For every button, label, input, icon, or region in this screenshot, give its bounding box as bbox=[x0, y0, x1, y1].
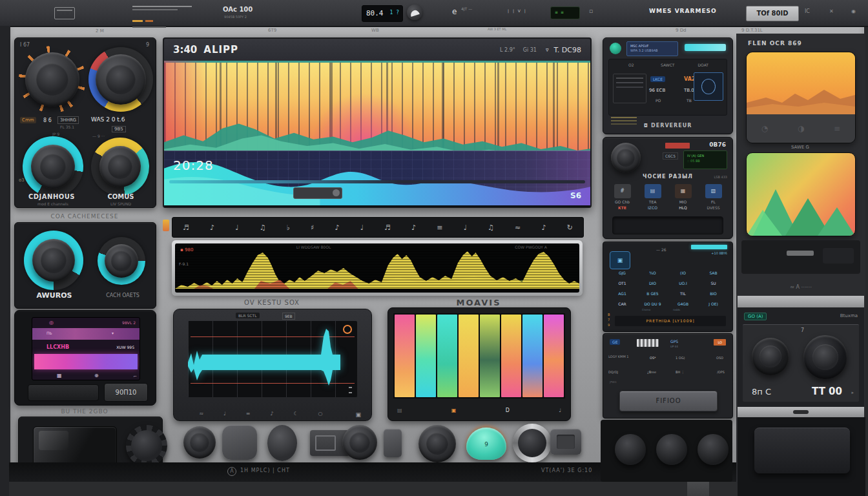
window-icon[interactable] bbox=[54, 7, 75, 19]
moavis-screen[interactable] bbox=[393, 313, 565, 398]
snip-badge[interactable]: S6 bbox=[570, 191, 581, 200]
transport-slider[interactable] bbox=[293, 187, 342, 199]
note-icon-3[interactable]: ♩ bbox=[235, 223, 238, 232]
oscilloscope-screen[interactable] bbox=[188, 321, 357, 397]
flat-icon[interactable]: ♭ bbox=[287, 223, 290, 232]
card1-icon-3[interactable]: ≡ bbox=[834, 124, 840, 133]
osc-corner-button[interactable]: ▣ bbox=[355, 411, 361, 418]
grid-cell-0[interactable]: GJG bbox=[607, 271, 637, 275]
cyan-bar-button[interactable] bbox=[685, 44, 726, 51]
note-icon-7[interactable]: ♬ bbox=[384, 223, 391, 232]
big-knob-right[interactable] bbox=[803, 335, 847, 379]
record-icon[interactable]: ◉ bbox=[851, 8, 856, 14]
grid-icon[interactable]: ▦ bbox=[57, 373, 62, 378]
note-key-icon[interactable]: ♩ bbox=[559, 408, 561, 413]
card1-icon-1[interactable]: ◔ bbox=[761, 124, 768, 133]
grid-cell-14[interactable]: G4GB bbox=[668, 302, 698, 306]
orange-key-icon[interactable]: ▣ bbox=[451, 408, 457, 413]
note-icon-6[interactable]: ♩ bbox=[360, 223, 364, 232]
dome-knob-2[interactable] bbox=[656, 434, 687, 465]
app-item-4[interactable]: ▧ FL DVESS bbox=[699, 184, 728, 210]
grid-cell-10[interactable]: TIL bbox=[668, 291, 698, 296]
striped-chip[interactable] bbox=[637, 339, 659, 347]
grid-cell-15[interactable]: J OE) bbox=[698, 302, 728, 306]
row-knob-2[interactable] bbox=[342, 425, 377, 460]
cach-knob[interactable] bbox=[105, 244, 138, 278]
row-pad-button[interactable] bbox=[222, 425, 257, 460]
toolbar-orange-tab[interactable] bbox=[163, 220, 169, 231]
blank-cartridge[interactable] bbox=[754, 428, 850, 473]
note-icon-9[interactable]: ♩ bbox=[464, 223, 467, 232]
card1-icon-2[interactable]: ◑ bbox=[798, 124, 804, 133]
notched-knob[interactable] bbox=[126, 425, 167, 466]
main-display-content[interactable]: 20:28 S6 bbox=[164, 61, 590, 205]
topbar-icon-1[interactable]: IC bbox=[805, 8, 810, 14]
cyan-top-bar[interactable] bbox=[691, 245, 727, 249]
cartridge-slot[interactable] bbox=[33, 426, 117, 466]
note-icon-5[interactable]: ♪ bbox=[335, 223, 340, 232]
grid-cell-1[interactable]: ¾O bbox=[637, 271, 668, 275]
refresh-icon[interactable]: ↻ bbox=[567, 223, 573, 232]
grid-cell-12[interactable]: CAR bbox=[607, 302, 637, 306]
osc-icon-1[interactable]: ≈ bbox=[199, 411, 203, 417]
row-oval-knob[interactable] bbox=[267, 425, 297, 461]
app-item-3[interactable]: ▦ MIO HLQ bbox=[669, 184, 698, 210]
scene-card-2[interactable] bbox=[746, 152, 856, 236]
grid-cell-13[interactable]: DO DU 9 bbox=[637, 302, 668, 306]
grid-cell-8[interactable]: AG1 bbox=[607, 291, 637, 296]
teal-dome-button[interactable]: 9 bbox=[466, 428, 506, 460]
dome-knob-3[interactable] bbox=[698, 434, 728, 465]
grid-cell-2[interactable]: (IO bbox=[668, 271, 698, 275]
comus-knob[interactable] bbox=[99, 146, 141, 187]
loop-icon[interactable]: ◎ bbox=[49, 320, 54, 326]
scene-card-1[interactable]: ◔ ◑ ≡ bbox=[746, 52, 856, 143]
gps-chip[interactable]: GPS bbox=[670, 339, 678, 344]
awuros-knob[interactable] bbox=[32, 239, 75, 282]
mini-thumbnail[interactable] bbox=[694, 72, 723, 101]
app-item-2[interactable]: ▤ TEA IZCO bbox=[639, 184, 667, 210]
osc-icon-4[interactable]: ♪ bbox=[270, 411, 273, 417]
note-icon-4[interactable]: ♫ bbox=[260, 223, 266, 232]
wave-icon[interactable]: ≈ bbox=[515, 223, 521, 232]
dot-button[interactable]: ▫ bbox=[589, 8, 593, 14]
brand-logo-icon[interactable] bbox=[407, 5, 422, 20]
plus-icon[interactable]: ⊕ bbox=[94, 373, 99, 378]
empty-input-strip[interactable] bbox=[612, 216, 723, 234]
row-ring-knob[interactable] bbox=[513, 424, 552, 462]
screen-button-left[interactable] bbox=[28, 384, 99, 401]
apps-panel-knob[interactable] bbox=[611, 143, 641, 172]
screen-button-right[interactable]: 90П10 bbox=[104, 383, 148, 402]
grid-cell-6[interactable]: UO.I bbox=[668, 281, 698, 285]
model-badge[interactable]: TOf 80ID bbox=[746, 6, 799, 21]
go-ai-chip[interactable]: GO (A) bbox=[744, 313, 767, 320]
moon-icon[interactable]: ☾ bbox=[293, 411, 298, 417]
note-icon-1[interactable]: ♬ bbox=[183, 223, 189, 232]
note-icon-10[interactable]: ♫ bbox=[488, 223, 494, 232]
ge-chip[interactable]: GE bbox=[610, 339, 620, 345]
note-icon-2[interactable]: ♪ bbox=[210, 223, 214, 232]
fifioo-button[interactable]: FIFIOO bbox=[619, 391, 718, 411]
grid-cell-9[interactable]: B GE5 bbox=[637, 291, 668, 296]
grid-cell-3[interactable]: SAB bbox=[698, 271, 728, 275]
grid-cell-5[interactable]: DIO bbox=[637, 281, 668, 285]
row-square-button[interactable] bbox=[550, 429, 581, 455]
row-knob-3[interactable] bbox=[418, 425, 456, 462]
grid-cell-11[interactable]: BIO bbox=[698, 291, 728, 296]
big-knob-left[interactable] bbox=[752, 338, 789, 375]
note-icon-8[interactable]: ♪ bbox=[411, 223, 416, 232]
list-icon[interactable]: ▤ bbox=[397, 408, 402, 413]
wavestrip-screen[interactable]: ▪ 980 LI WDDSAW 80OL COW PWGODY A F-9.1 bbox=[175, 243, 579, 293]
row-knob-1[interactable] bbox=[183, 426, 216, 459]
sharp-icon[interactable]: ♯ bbox=[311, 223, 314, 232]
menu-icon[interactable]: ≡ bbox=[437, 223, 442, 232]
filter-knob-1[interactable] bbox=[25, 52, 79, 107]
osc-icon-2[interactable]: ♩ bbox=[223, 411, 226, 417]
lo-chip[interactable]: LO bbox=[714, 339, 726, 346]
grid-cell-7[interactable]: SU bbox=[698, 281, 728, 285]
note-icon-11[interactable]: ♪ bbox=[541, 223, 546, 232]
grid-app-icon[interactable]: ▣ bbox=[610, 251, 630, 269]
filter-knob-2[interactable] bbox=[96, 54, 146, 105]
dome-knob-1[interactable] bbox=[615, 434, 646, 465]
row-key-chip[interactable] bbox=[384, 429, 402, 457]
close-icon[interactable]: ✕ bbox=[829, 8, 834, 14]
